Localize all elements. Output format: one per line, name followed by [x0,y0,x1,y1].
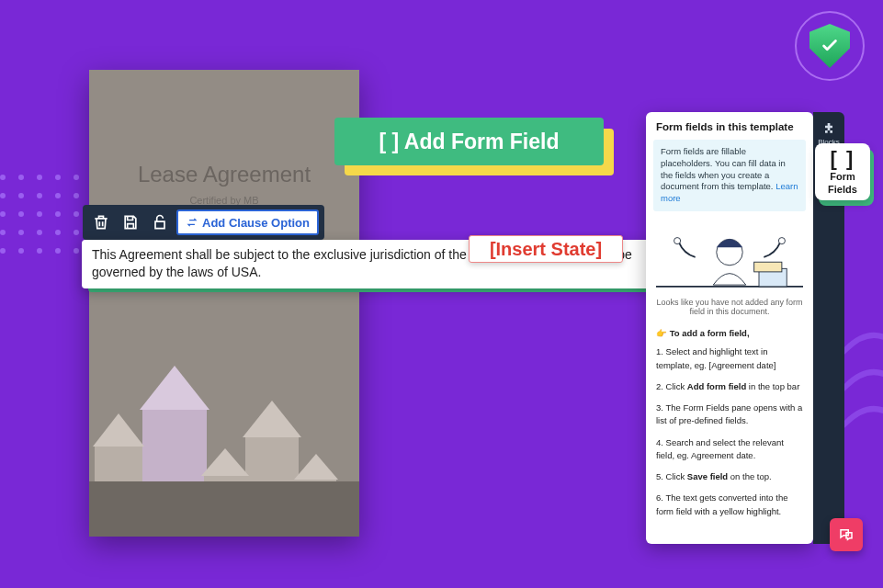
panel-info: Form fields are fillable placeholders. Y… [653,140,806,211]
step-6: 6. The text gets converted into the form… [656,492,803,518]
step-4: 4. Search and select the relevant field,… [656,436,803,463]
document-illustration [89,288,359,537]
svg-rect-2 [754,262,782,272]
brackets-icon: [ ] [831,149,855,169]
shield-check-icon [809,24,850,68]
chat-button[interactable] [830,518,863,551]
lock-button[interactable] [147,209,173,235]
document-preview: Lease Agreement Certified by MB [89,70,359,537]
panel-steps-lead: 👉 To add a form field, [656,327,803,340]
form-fields-panel: Form fields in this template Form fields… [646,112,813,544]
clause-text-before: This Agreement shall be subject to the e… [92,247,470,262]
security-badge [795,11,865,81]
chat-icon [838,526,855,543]
panel-empty-text: Looks like you have not added any form f… [646,296,813,322]
insert-state-label: [Insert State] [490,239,602,260]
panel-info-text: Form fields are fillable placeholders. Y… [661,146,786,191]
add-form-field-callout: [ ] Add Form Field [334,118,604,165]
form-fields-pill[interactable]: [ ] Form Fields [815,143,870,200]
panel-heading: Form fields in this template [646,112,813,138]
svg-point-4 [674,238,681,244]
add-clause-option-button[interactable]: Add Clause Option [176,209,319,235]
lock-open-icon [151,213,169,232]
clause-toolbar: Add Clause Option [83,205,324,240]
trash-icon [92,213,110,232]
pill-label-1: Form [830,171,855,182]
step-1: 1. Select and highlight text in template… [656,345,803,372]
save-button[interactable] [118,209,143,235]
panel-illustration [646,217,813,296]
panel-steps: 👉 To add a form field, 1. Select and hig… [646,322,813,537]
step-3: 3. The Form Fields pane opens with a lis… [656,401,803,428]
step-5: 5. Click Save field on the top. [656,470,803,483]
add-clause-label: Add Clause Option [202,216,310,230]
insert-state-chip[interactable]: [Insert State] [469,235,623,263]
pill-label-2: Fields [828,184,857,195]
swap-icon [186,216,198,229]
save-icon [121,213,140,232]
blocks-icon [821,121,836,136]
step-2: 2. Click Add form field in the top bar [656,380,803,393]
delete-button[interactable] [88,209,114,235]
svg-point-5 [778,238,785,244]
document-title: Lease Agreement [89,162,359,187]
add-form-field-label: [ ] Add Form Field [379,130,560,154]
